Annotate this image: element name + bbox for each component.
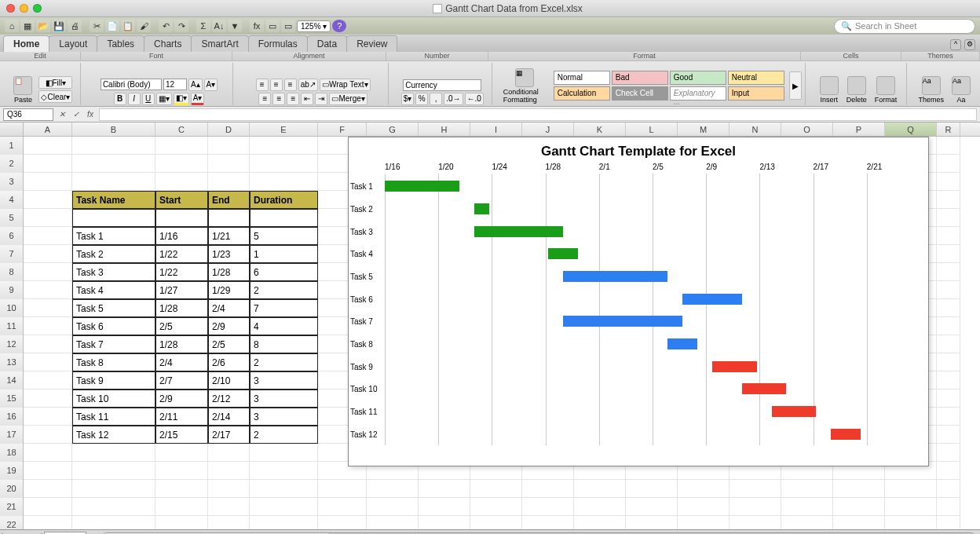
cell-E1[interactable]	[250, 137, 318, 155]
cell-R20[interactable]	[937, 480, 960, 498]
cell-A20[interactable]	[24, 480, 72, 498]
theme-fonts-button[interactable]: AaAa	[949, 75, 974, 105]
cell-B6[interactable]: Task 1	[72, 227, 155, 245]
cancel-formula-icon[interactable]: ✕	[57, 110, 68, 119]
column-header-P[interactable]: P	[833, 123, 885, 136]
row-header-19[interactable]: 19	[0, 462, 24, 480]
cell-R8[interactable]	[937, 263, 960, 281]
row-header-2[interactable]: 2	[0, 155, 24, 173]
search-input[interactable]: 🔍Search in Sheet	[834, 19, 975, 34]
cell-C14[interactable]: 2/7	[155, 371, 208, 390]
font-color-button[interactable]: A▾	[191, 93, 205, 105]
cell-R6[interactable]	[937, 227, 960, 245]
cell-R4[interactable]	[937, 191, 960, 209]
italic-button[interactable]: I	[128, 93, 141, 105]
cell-H22[interactable]	[419, 516, 470, 529]
cell-E19[interactable]	[250, 462, 318, 480]
tab-home[interactable]: Home	[3, 35, 49, 52]
tab-review[interactable]: Review	[346, 35, 397, 52]
cell-I22[interactable]	[470, 516, 522, 529]
column-header-N[interactable]: N	[730, 123, 781, 136]
cell-C15[interactable]: 2/9	[155, 390, 208, 408]
autosum-icon[interactable]: Σ	[196, 20, 210, 32]
cell-F21[interactable]	[318, 498, 367, 516]
cell-N21[interactable]	[730, 498, 781, 516]
gantt-bar[interactable]	[742, 383, 787, 394]
cell-R21[interactable]	[937, 498, 960, 516]
cell-O21[interactable]	[781, 498, 833, 516]
cell-E9[interactable]: 2	[250, 281, 318, 299]
tab-tables[interactable]: Tables	[97, 35, 144, 52]
row-header-16[interactable]: 16	[0, 408, 24, 426]
gantt-bar[interactable]	[667, 338, 697, 349]
cell-A6[interactable]	[24, 227, 72, 245]
cell-E12[interactable]: 8	[250, 335, 318, 353]
cell-R9[interactable]	[937, 281, 960, 299]
cell-A15[interactable]	[24, 390, 72, 408]
column-header-I[interactable]: I	[470, 123, 522, 136]
cell-C3[interactable]	[155, 173, 208, 191]
chart-icon[interactable]: ▭	[281, 20, 295, 32]
cell-D21[interactable]	[208, 498, 250, 516]
row-header-21[interactable]: 21	[0, 498, 24, 516]
fill-color-button[interactable]: ◧▾	[174, 93, 189, 105]
clear-button[interactable]: ◇ Clear ▾	[38, 90, 72, 103]
gantt-bar[interactable]	[831, 429, 861, 440]
cell-C20[interactable]	[155, 480, 208, 498]
conditional-formatting-button[interactable]: ▦Conditional Formatting	[500, 67, 549, 105]
style-bad[interactable]: Bad	[612, 71, 668, 85]
cell-B15[interactable]: Task 10	[72, 390, 155, 408]
gantt-bar[interactable]	[474, 226, 564, 237]
cell-D17[interactable]: 2/17	[208, 426, 250, 444]
row-header-12[interactable]: 12	[0, 335, 24, 353]
fill-button[interactable]: ◧ Fill ▾	[38, 76, 72, 89]
sheet-tab[interactable]: Sheet1	[44, 532, 86, 535]
delete-cells-button[interactable]: Delete	[843, 75, 870, 105]
cell-A1[interactable]	[24, 137, 72, 155]
percent-icon[interactable]: %	[415, 93, 428, 105]
column-header-A[interactable]: A	[24, 123, 72, 136]
copy-icon[interactable]: 📄	[105, 20, 119, 32]
cell-B20[interactable]	[72, 480, 155, 498]
sort-icon[interactable]: A↓	[212, 20, 226, 32]
zoom-window-button[interactable]	[33, 4, 42, 13]
cell-E11[interactable]: 4	[250, 317, 318, 335]
cell-A11[interactable]	[24, 317, 72, 335]
cell-C16[interactable]: 2/11	[155, 408, 208, 426]
cell-R10[interactable]	[937, 299, 960, 317]
cell-R15[interactable]	[937, 390, 960, 408]
styles-more-icon[interactable]: ▶	[789, 71, 802, 100]
column-header-G[interactable]: G	[367, 123, 419, 136]
cell-M21[interactable]	[678, 498, 730, 516]
close-window-button[interactable]	[6, 4, 15, 13]
cell-B4[interactable]: Task Name	[72, 191, 155, 209]
cell-E22[interactable]	[250, 516, 318, 529]
cell-C18[interactable]	[155, 444, 208, 462]
cell-M20[interactable]	[678, 480, 730, 498]
cell-A13[interactable]	[24, 353, 72, 371]
cell-E14[interactable]: 3	[250, 371, 318, 390]
cell-R16[interactable]	[937, 408, 960, 426]
cell-H20[interactable]	[419, 480, 470, 498]
minimize-window-button[interactable]	[20, 4, 28, 13]
settings-icon[interactable]: ⚙	[964, 39, 975, 50]
cell-M22[interactable]	[678, 516, 730, 529]
cell-E15[interactable]: 3	[250, 390, 318, 408]
fx-icon[interactable]: fx	[250, 20, 264, 32]
column-header-R[interactable]: R	[937, 123, 960, 136]
cell-K21[interactable]	[574, 498, 626, 516]
cell-L20[interactable]	[626, 480, 678, 498]
add-sheet-icon[interactable]: ＋	[86, 532, 97, 535]
undo-icon[interactable]: ↶	[159, 20, 173, 32]
cell-O22[interactable]	[781, 516, 833, 529]
cell-L22[interactable]	[626, 516, 678, 529]
cell-B2[interactable]	[72, 155, 155, 173]
align-top-icon[interactable]: ≡	[256, 79, 269, 91]
cell-B22[interactable]	[72, 516, 155, 529]
open-icon[interactable]: 📂	[36, 20, 50, 32]
column-header-E[interactable]: E	[250, 123, 318, 136]
cell-R14[interactable]	[937, 371, 960, 390]
tab-formulas[interactable]: Formulas	[248, 35, 308, 52]
cell-E10[interactable]: 7	[250, 299, 318, 317]
cell-B18[interactable]	[72, 444, 155, 462]
